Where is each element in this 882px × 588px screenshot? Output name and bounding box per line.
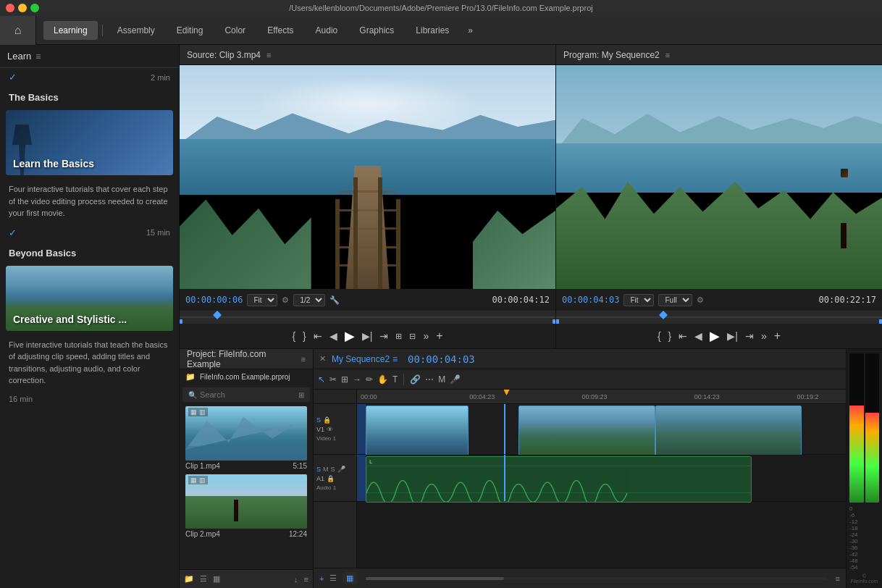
prog-goto-out-button[interactable]: ⇥ — [745, 330, 754, 342]
program-settings-icon[interactable]: ⚙ — [697, 295, 704, 305]
a1-track-content[interactable]: L — [357, 455, 846, 502]
project-icon-view-icon[interactable]: ▦ — [213, 574, 220, 584]
link-tool[interactable]: 🔗 — [410, 374, 421, 385]
tab-audio[interactable]: Audio — [306, 21, 348, 40]
source-insert-button[interactable]: ⊞ — [395, 332, 402, 341]
a1-lock-icon[interactable]: 🔒 — [327, 475, 335, 482]
timeline-ruler[interactable]: 00:00 00:04:23 00:09:23 00:14:23 00:19:2 — [357, 390, 846, 404]
project-search-bar[interactable]: 🔍 ⊞ — [182, 387, 310, 402]
project-search-add-icon[interactable]: ⊞ — [298, 391, 304, 399]
source-fraction-select[interactable]: 1/2 — [293, 294, 325, 306]
timeline-playhead-marker — [504, 390, 510, 395]
snap-tool[interactable]: ⋯ — [425, 374, 434, 385]
program-quality-select[interactable]: Full — [658, 294, 692, 306]
minimize-button[interactable] — [18, 4, 27, 12]
tl-zoom-icon[interactable]: ▦ — [343, 572, 357, 584]
tab-effects[interactable]: Effects — [257, 21, 303, 40]
source-fit-select[interactable]: Fit — [247, 294, 277, 306]
track-select-tool[interactable]: → — [353, 374, 361, 385]
marker-tool[interactable]: M — [438, 374, 445, 385]
creative-stylistic-card[interactable]: Creative and Stylistic ... — [6, 266, 173, 331]
v1-track-content[interactable] — [357, 404, 846, 455]
source-monitor-menu-icon[interactable]: ≡ — [266, 51, 271, 59]
source-mark-out-button[interactable]: } — [303, 330, 306, 342]
a1-sync-lock[interactable]: S — [316, 466, 321, 473]
tab-graphics[interactable]: Graphics — [349, 21, 404, 40]
a1-mute-icon[interactable]: M — [323, 466, 329, 473]
learn-menu-icon[interactable]: ≡ — [35, 51, 41, 62]
tab-learning[interactable]: Learning — [43, 21, 98, 40]
close-button[interactable] — [6, 4, 14, 12]
source-timecode[interactable]: 00:00:00:06 — [185, 295, 243, 305]
program-timeline-scrub[interactable] — [556, 311, 882, 324]
v1-sync-lock[interactable]: S — [316, 416, 321, 424]
source-more-controls[interactable]: » — [423, 330, 429, 342]
source-play-button[interactable]: ▶ — [345, 328, 355, 344]
project-content: 📁 FileInfo.com Example.prproj 🔍 ⊞ — [180, 369, 313, 569]
project-automate-icon[interactable]: ↓ — [294, 575, 298, 584]
project-panel-menu-icon[interactable]: ≡ — [301, 355, 306, 364]
close-sequence-icon[interactable]: ✕ — [319, 354, 326, 364]
video-clip-1[interactable] — [366, 406, 469, 455]
prog-mark-in-button[interactable]: { — [658, 330, 661, 342]
mic-tool[interactable]: 🎤 — [450, 374, 461, 385]
project-search-input[interactable] — [200, 390, 298, 399]
audio-waveform — [366, 457, 751, 502]
video-clip-2[interactable] — [518, 406, 655, 455]
tab-editing[interactable]: Editing — [167, 21, 214, 40]
v1-lock-icon[interactable]: 🔒 — [323, 416, 331, 424]
program-monitor-menu-icon[interactable]: ≡ — [665, 51, 670, 59]
tab-libraries[interactable]: Libraries — [406, 21, 459, 40]
source-settings-icon[interactable]: ⚙ — [282, 295, 289, 305]
audio-clip-1[interactable]: L — [366, 456, 752, 503]
right-meter-fill — [865, 413, 880, 503]
more-workspaces-button[interactable]: » — [461, 21, 480, 40]
text-tool[interactable]: T — [392, 374, 398, 385]
source-add-button[interactable]: + — [436, 329, 442, 343]
clip-2-item[interactable]: ▦ ▥ Clip 2.mp4 12:24 — [180, 473, 313, 541]
tab-color[interactable]: Color — [214, 21, 256, 40]
source-overwrite-button[interactable]: ⊟ — [409, 332, 416, 341]
source-goto-in-button[interactable]: ⇤ — [314, 330, 322, 342]
a1-mic-icon[interactable]: 🎤 — [337, 466, 345, 473]
tl-list-icon[interactable]: ☰ — [329, 574, 337, 583]
clip-1-item[interactable]: ▦ ▥ Clip 1.mp4 5:15 — [180, 405, 313, 473]
project-find-icon[interactable]: ≡ — [304, 575, 308, 584]
pen-tool[interactable]: ✏ — [366, 374, 373, 385]
video-clip-3[interactable] — [655, 406, 802, 455]
project-list-view-icon[interactable]: ☰ — [200, 574, 207, 584]
learn-the-basics-card[interactable]: Learn the Basics — [6, 110, 173, 175]
seq-menu-icon[interactable]: ≡ — [392, 354, 398, 364]
a1-solo-icon[interactable]: S — [331, 466, 335, 473]
program-fit-select[interactable]: Fit — [623, 294, 654, 306]
source-goto-out-button[interactable]: ⇥ — [379, 330, 388, 342]
project-new-bin-icon[interactable]: 📁 — [184, 574, 194, 584]
prog-play-button[interactable]: ▶ — [710, 328, 720, 344]
source-step-forward-button[interactable]: ▶| — [362, 330, 373, 342]
source-mark-in-button[interactable]: { — [292, 330, 295, 342]
program-timecode[interactable]: 00:00:04:03 — [562, 295, 619, 305]
tl-more-icon[interactable]: ≡ — [836, 574, 840, 583]
prog-more-controls[interactable]: » — [761, 330, 767, 342]
prog-mark-out-button[interactable]: } — [668, 330, 672, 342]
source-wrench-icon[interactable]: 🔧 — [329, 295, 340, 305]
home-button[interactable]: ⌂ — [0, 16, 36, 45]
v1-eye-icon[interactable]: 👁 — [327, 426, 333, 433]
hand-tool[interactable]: ✋ — [377, 374, 388, 385]
prog-goto-in-button[interactable]: ⇤ — [679, 330, 687, 342]
source-timeline-scrub[interactable] — [180, 311, 555, 324]
timeline-timecode[interactable]: 00:00:04:03 — [408, 353, 475, 365]
source-step-back-button[interactable]: ◀ — [329, 330, 337, 342]
tl-add-track-icon[interactable]: + — [319, 574, 324, 583]
prog-step-back-button[interactable]: ◀ — [694, 330, 702, 342]
sequence-tab[interactable]: My Sequence2 ≡ — [332, 354, 398, 364]
ripple-tool[interactable]: ⊞ — [341, 374, 348, 385]
prog-step-forward-button[interactable]: ▶| — [727, 330, 738, 342]
prog-add-button[interactable]: + — [774, 329, 781, 343]
selection-tool[interactable]: ↖ — [318, 374, 325, 385]
tl-zoom-slider[interactable] — [366, 577, 826, 580]
maximize-button[interactable] — [30, 4, 39, 12]
clip-1-thumb — [366, 406, 468, 455]
tab-assembly[interactable]: Assembly — [107, 21, 165, 40]
razor-tool[interactable]: ✂ — [329, 374, 337, 385]
